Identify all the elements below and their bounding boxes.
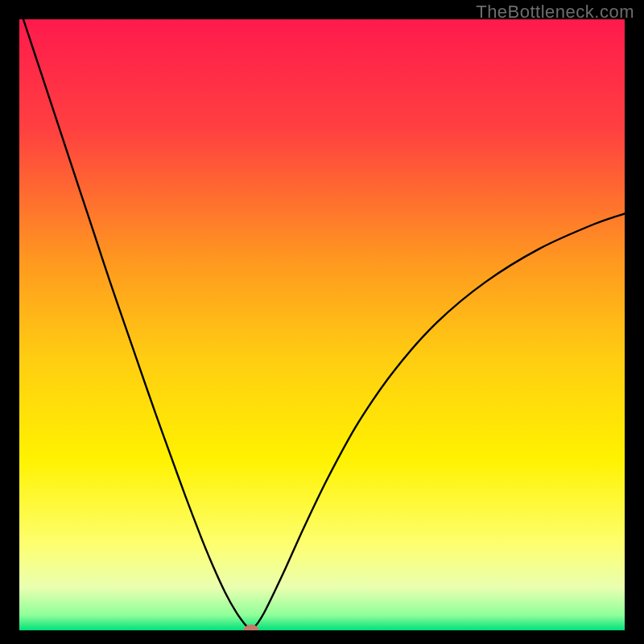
bottleneck-chart-svg bbox=[19, 19, 625, 630]
gradient-background bbox=[19, 19, 625, 630]
watermark-text: TheBottleneck.com bbox=[476, 2, 634, 23]
chart-container: TheBottleneck.com bbox=[0, 0, 644, 644]
plot-area bbox=[19, 19, 625, 630]
